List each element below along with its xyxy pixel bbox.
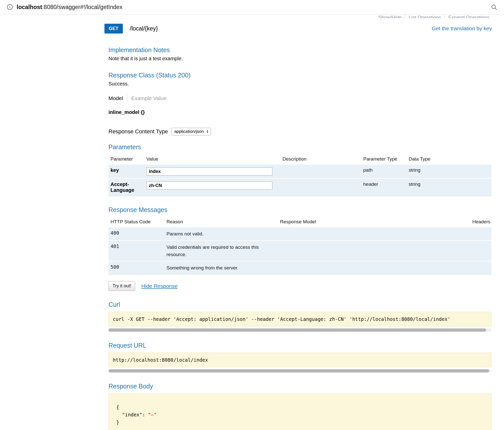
list-operations-link[interactable]: List Operations — [405, 15, 445, 18]
col-reason: Reason — [166, 217, 280, 227]
status-reason: Valid credentials are required to access… — [166, 240, 280, 261]
curl-scrollbar[interactable] — [108, 328, 491, 332]
message-row-400: 400 Params not valid. — [108, 227, 491, 240]
url-host: localhost — [17, 4, 42, 10]
status-headers — [421, 261, 491, 274]
search-icon[interactable] — [491, 4, 497, 11]
show-hide-link[interactable]: Show/Hide — [375, 15, 405, 18]
request-url-scrollbar[interactable] — [108, 369, 491, 373]
param-key-input[interactable] — [146, 167, 272, 175]
response-content-type-select[interactable]: application/json ▲▼ — [171, 128, 211, 135]
status-reason: Something wrong from the server. — [166, 261, 280, 274]
col-parameter-type: Parameter Type — [363, 154, 409, 164]
col-headers: Headers — [421, 217, 491, 227]
json-key: "index": — [116, 412, 148, 417]
col-http-status-code: HTTP Status Code — [108, 217, 166, 227]
message-row-401: 401 Valid credentials are required to ac… — [108, 240, 491, 261]
col-value: Value — [146, 154, 283, 164]
curl-title: Curl — [108, 301, 491, 308]
param-name: key — [108, 164, 146, 178]
param-data-type: string — [409, 178, 491, 196]
col-description: Description — [283, 154, 363, 164]
operation-path[interactable]: /local/{key} — [130, 25, 158, 32]
response-content-type-row: Response Content Type application/json ▲… — [108, 128, 491, 135]
response-body-json: { "index": "—" } — [108, 393, 491, 430]
http-method-badge[interactable]: GET — [104, 24, 123, 34]
status-code: 400 — [108, 227, 166, 240]
response-class-text: Success. — [108, 81, 491, 87]
model-name: inline_model — [108, 109, 139, 115]
response-class-title: Response Class (Status 200) — [108, 72, 491, 79]
col-response-model: Response Model — [280, 217, 421, 227]
messages-header-row: HTTP Status Code Reason Response Model H… — [108, 217, 491, 227]
curl-command: curl -X GET --header 'Accept: applicatio… — [108, 312, 491, 326]
status-code: 500 — [108, 261, 166, 274]
status-response-model — [280, 240, 421, 261]
parameters-table: Parameter Value Description Parameter Ty… — [108, 154, 491, 196]
response-messages-table: HTTP Status Code Reason Response Model H… — [108, 217, 491, 274]
status-reason: Params not valid. — [166, 227, 280, 240]
parameters-title: Parameters — [108, 143, 491, 151]
param-description — [283, 164, 363, 178]
param-accept-language-input[interactable] — [146, 181, 272, 190]
param-row-accept-language: Accept-Language header string — [108, 178, 491, 196]
status-headers — [421, 240, 491, 261]
tab-model[interactable]: Model — [108, 95, 127, 102]
model-signature: inline_model{} — [108, 109, 491, 115]
status-headers — [421, 227, 491, 240]
expand-operations-link[interactable]: Expand Operations — [444, 15, 493, 18]
curl-scrollbar-thumb[interactable] — [108, 328, 486, 332]
json-open-brace: { — [116, 404, 119, 410]
url-path: :8080/swagger#!/local/getIndex — [42, 4, 122, 10]
param-description — [283, 178, 363, 196]
message-row-500: 500 Something wrong from the server. — [108, 261, 491, 274]
response-body-title: Response Body — [108, 383, 491, 390]
operation-get-local-key: GET /local/{key} Get the translation by … — [104, 23, 493, 430]
param-name: Accept-Language — [108, 178, 146, 196]
page-info-icon[interactable] — [7, 4, 13, 10]
actions-row: Try it out! Hide Response — [108, 281, 491, 291]
param-type: header — [363, 178, 409, 196]
model-braces: {} — [141, 109, 145, 115]
browser-url-bar[interactable]: localhost:8080/swagger#!/local/getIndex — [0, 0, 504, 14]
operation-summary-link[interactable]: Get the translation by key. — [432, 25, 493, 32]
swagger-page: Show/HideList OperationsExpand Operation… — [104, 14, 493, 430]
operation-heading[interactable]: GET /local/{key} Get the translation by … — [104, 23, 493, 34]
implementation-notes-title: Implementation Notes — [108, 46, 491, 54]
col-parameter: Parameter — [108, 154, 146, 164]
json-value: "—" — [148, 412, 157, 417]
select-arrows-icon: ▲▼ — [206, 130, 209, 133]
status-response-model — [280, 227, 421, 240]
param-data-type: string — [409, 164, 491, 178]
param-row-key: key path string — [108, 164, 491, 178]
hide-response-link[interactable]: Hide Response — [141, 283, 178, 289]
address-url[interactable]: localhost:8080/swagger#!/local/getIndex — [17, 4, 122, 11]
json-close-brace: } — [116, 419, 119, 425]
operation-content: Implementation Notes Note that it is jus… — [104, 46, 493, 430]
parameters-header-row: Parameter Value Description Parameter Ty… — [108, 154, 491, 164]
request-url-scrollbar-thumb[interactable] — [108, 369, 489, 373]
model-tabs: Model Example Value — [108, 95, 491, 102]
request-url-value: http://localhost:8080/local/index — [108, 353, 491, 367]
col-data-type: Data Type — [409, 154, 491, 164]
request-url-title: Request URL — [108, 342, 491, 349]
status-response-model — [280, 261, 421, 274]
resource-toolbar: Show/HideList OperationsExpand Operation… — [104, 14, 493, 18]
selected-content-type: application/json — [174, 129, 204, 134]
status-code: 401 — [108, 240, 166, 261]
tab-example-value[interactable]: Example Value — [127, 95, 171, 102]
try-it-out-button[interactable]: Try it out! — [108, 281, 135, 291]
response-messages-title: Response Messages — [108, 206, 491, 213]
param-type: path — [363, 164, 409, 178]
response-content-type-label: Response Content Type — [108, 128, 168, 135]
implementation-notes-text: Note that it is just a test example. — [108, 56, 491, 62]
